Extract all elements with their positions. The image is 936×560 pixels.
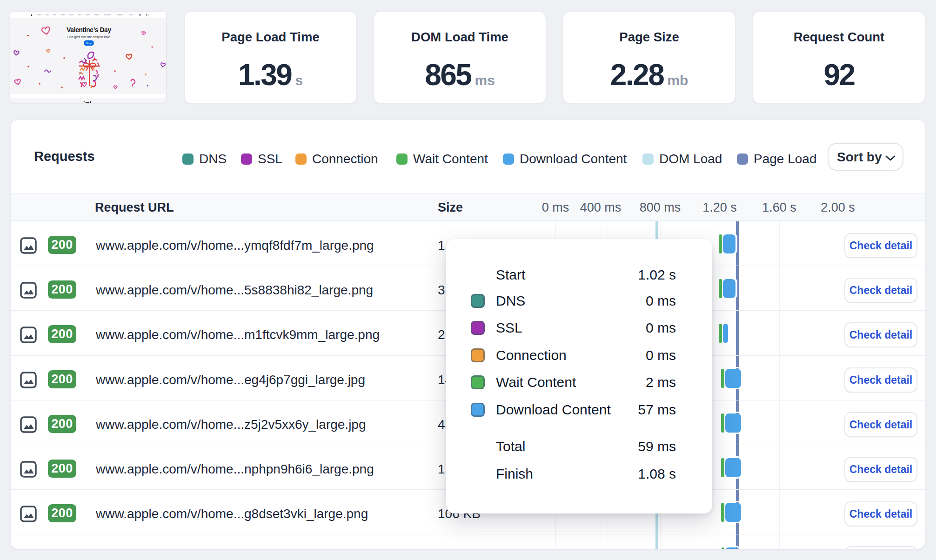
svg-text:Valentine’s Day: Valentine’s Day <box>67 27 111 33</box>
svg-text:Shop: Shop <box>86 42 92 45</box>
svg-text:iPh: iPh <box>83 100 94 103</box>
svg-text:Find gifts that are easy to lo: Find gifts that are easy to love. <box>67 35 111 39</box>
